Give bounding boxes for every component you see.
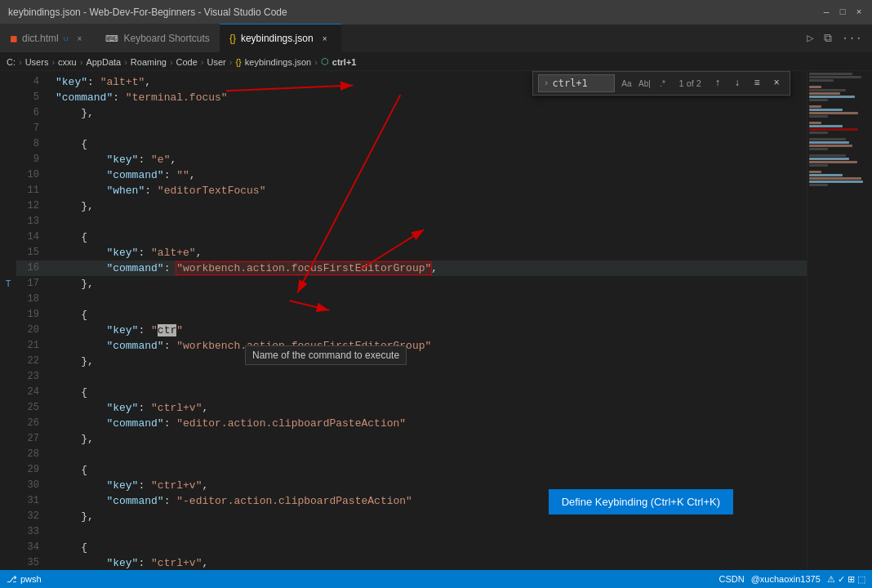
minimap-line	[809, 92, 840, 95]
tab-label-dict-html: dict.html	[22, 33, 59, 44]
tooltip-text: Name of the command to execute	[252, 350, 399, 361]
minimap-line	[809, 112, 858, 114]
minimap-line	[809, 125, 843, 127]
code-line-25: 25 "key": "ctrl+v",	[16, 400, 807, 416]
code-line-7: 7	[16, 121, 807, 136]
search-more-btn[interactable]: ≡	[749, 75, 765, 91]
code-line-29: 29 {	[16, 462, 807, 478]
crumb-user[interactable]: User	[207, 57, 226, 67]
search-bar: › Aa Ab| .* 1 of 2 ↑ ↓ ≡ ×	[532, 71, 790, 96]
run-icon[interactable]: ▷	[807, 31, 813, 45]
search-next-btn[interactable]: ↓	[729, 75, 745, 91]
editor-area[interactable]: › Aa Ab| .* 1 of 2 ↑ ↓ ≡ × 4 "key": "alt…	[16, 71, 807, 570]
title-bar: keybindings.json - Web-Dev-For-Beginners…	[0, 0, 872, 24]
code-line-22: 22 },	[16, 354, 807, 369]
search-close-btn[interactable]: ×	[768, 75, 785, 91]
tab-close-dict-html[interactable]: ×	[73, 32, 86, 45]
match-word-btn[interactable]: Ab|	[636, 76, 652, 91]
code-line-16: 16 "command": "workbench.action.focusFir…	[16, 261, 807, 276]
search-count: 1 of 2	[674, 78, 706, 88]
tab-modified-indicator: U	[64, 35, 69, 42]
code-line-34: 34 {	[16, 540, 807, 555]
code-line-6: 6 },	[16, 105, 807, 121]
more-icon[interactable]: ···	[842, 32, 862, 45]
crumb-json-icon: {}	[235, 57, 241, 67]
code-line-10: 10 "command": "",	[16, 167, 807, 183]
code-line-20: 20 "key": "ctr"	[16, 323, 807, 338]
tab-dict-html[interactable]: ◼ dict.html U ×	[0, 24, 96, 52]
minimap	[807, 71, 872, 570]
code-line-27: 27 },	[16, 431, 807, 447]
maximize-btn[interactable]: □	[838, 7, 848, 17]
code-line-18: 18	[16, 292, 807, 307]
crumb-users[interactable]: Users	[25, 57, 49, 67]
git-icon: ⎇	[7, 574, 17, 585]
code-line-17: 17 },	[16, 276, 807, 292]
minimap-line	[809, 109, 843, 111]
minimap-line	[809, 141, 849, 144]
minimap-line	[809, 177, 861, 180]
minimap-line	[809, 105, 821, 108]
keyboard-icon: ⌨	[105, 33, 118, 44]
define-keybinding-button[interactable]: Define Keybinding (Ctrl+K Ctrl+K)	[549, 489, 733, 514]
crumb-c[interactable]: C:	[7, 57, 16, 67]
minimap-line	[809, 131, 828, 134]
tab-close-keybindings-json[interactable]: ×	[318, 32, 331, 45]
minimap-line	[809, 89, 846, 91]
main-area: T › Aa Ab| .* 1 of 2 ↑ ↓ ≡ × 4 "k	[0, 71, 872, 570]
tab-label-keyboard-shortcuts: Keyboard Shortcuts	[123, 33, 209, 44]
code-line-24: 24 {	[16, 385, 807, 400]
code-line-21: 21 "command": "workbench.action.focusFir…	[16, 338, 807, 354]
minimap-line	[809, 122, 821, 124]
code-line-11: 11 "when": "editorTextFocus"	[16, 183, 807, 198]
code-line-35: 35 "key": "ctrl+v",	[16, 555, 807, 570]
crumb-cxxu[interactable]: cxxu	[58, 57, 77, 67]
crumb-ctrl1[interactable]: ctrl+1	[332, 57, 357, 67]
minimap-line	[809, 145, 852, 147]
title-bar-controls[interactable]: — □ ×	[821, 7, 864, 17]
match-case-btn[interactable]: Aa	[618, 76, 634, 91]
minimap-line	[809, 76, 861, 78]
search-prev-btn[interactable]: ↑	[710, 75, 726, 91]
code-line-23: 23	[16, 369, 807, 385]
crumb-roaming[interactable]: Roaming	[131, 57, 167, 67]
code-line-8: 8 {	[16, 136, 807, 152]
minimap-line	[809, 171, 821, 173]
split-icon[interactable]: ⧉	[824, 32, 832, 45]
crumb-keybindings[interactable]: keybindings.json	[245, 57, 311, 67]
code-line-12: 12 },	[16, 198, 807, 214]
tab-keybindings-json[interactable]: {} keybindings.json ×	[220, 24, 341, 52]
close-btn[interactable]: ×	[854, 7, 864, 17]
breadcrumb: C: › Users › cxxu › AppData › Roaming › …	[0, 53, 872, 71]
code-line-33: 33	[16, 524, 807, 540]
status-csdn: CSDN	[719, 574, 744, 584]
code-line-14: 14 {	[16, 229, 807, 245]
minimap-line	[809, 158, 849, 160]
code-line-9: 9 "key": "e",	[16, 152, 807, 167]
minimap-line	[809, 164, 828, 167]
minimap-line	[809, 99, 828, 101]
search-input-area: ›	[538, 74, 616, 92]
search-input[interactable]	[552, 78, 609, 89]
status-at: @xuchaoxin1375	[751, 574, 821, 584]
status-branch[interactable]: ⎇ pwsh	[7, 574, 42, 585]
crumb-symbol-icon: ⬡	[321, 56, 329, 67]
crumb-code[interactable]: Code	[176, 57, 198, 67]
crumb-appdata[interactable]: AppData	[86, 57, 121, 67]
code-line-13: 13	[16, 214, 807, 229]
minimize-btn[interactable]: —	[821, 7, 831, 17]
tab-keyboard-shortcuts[interactable]: ⌨ Keyboard Shortcuts	[96, 24, 219, 52]
tab-label-keybindings-json: keybindings.json	[241, 33, 314, 44]
minimap-content	[807, 71, 872, 188]
regex-btn[interactable]: .*	[654, 76, 670, 91]
title-bar-text: keybindings.json - Web-Dev-For-Beginners…	[8, 7, 287, 18]
minimap-line	[809, 73, 852, 75]
status-icons: ⚠ ✓ ⊞ ⬚	[827, 574, 865, 585]
status-right: CSDN @xuchaoxin1375 ⚠ ✓ ⊞ ⬚	[719, 574, 865, 585]
minimap-line	[809, 161, 857, 163]
debug-icon: T	[6, 278, 11, 288]
minimap-line	[809, 148, 828, 150]
code-line-19: 19 {	[16, 307, 807, 323]
minimap-line	[809, 115, 828, 118]
minimap-line	[809, 180, 863, 183]
